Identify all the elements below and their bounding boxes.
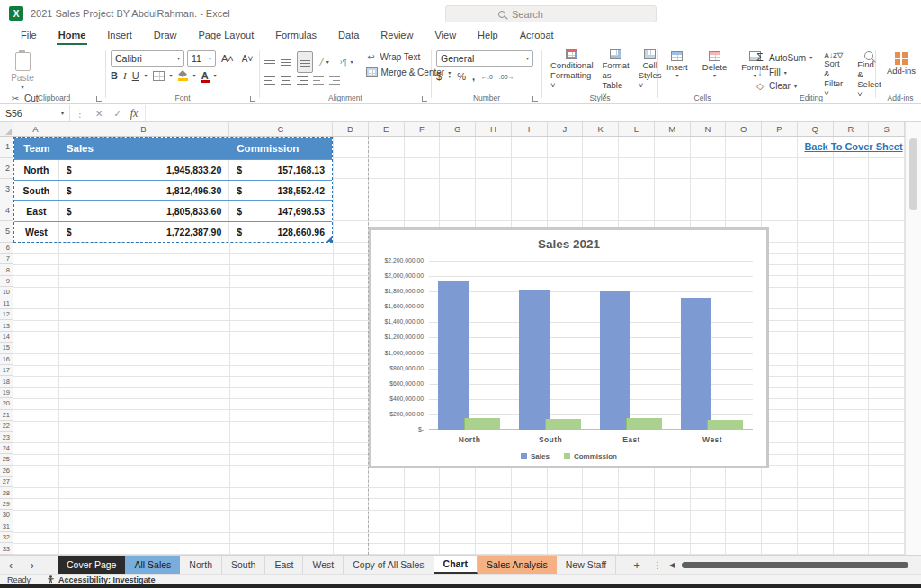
font-dialog-launcher-icon[interactable] [250,96,255,102]
cell-sales[interactable]: $1,945,833.20 [59,160,229,180]
tab-options-icon[interactable]: ⋮ [653,556,662,575]
row-header-15[interactable]: 15 [0,343,13,353]
cell-team[interactable]: South [14,181,59,200]
insert-function-icon[interactable]: fx [127,107,146,120]
alignment-dialog-launcher-icon[interactable] [422,96,427,102]
paste-button[interactable]: Paste▾ [7,49,38,90]
search-input[interactable]: Search [445,5,657,22]
row-header-12[interactable]: 12 [0,309,13,320]
cell-commission[interactable]: $157,168.13 [229,160,332,180]
borders-icon[interactable] [153,71,165,81]
row-header-32[interactable]: 32 [0,532,13,543]
text-direction-button[interactable]: ›¶▾ [337,57,356,67]
underline-button[interactable]: U [132,70,139,81]
sheet-tab-west[interactable]: West [303,556,344,574]
row-header-11[interactable]: 11 [0,298,13,309]
bar-commission-east[interactable] [626,418,663,430]
cancel-icon[interactable]: ✕ [90,109,108,119]
column-header-O[interactable]: O [726,122,762,136]
bar-sales-south[interactable] [519,290,550,430]
row-header-3[interactable]: 3 [0,179,13,200]
sheet-tab-cover-page[interactable]: Cover Page [58,556,125,574]
tab-view[interactable]: View [425,27,466,45]
tab-formulas[interactable]: Formulas [265,27,326,45]
align-left-icon[interactable] [264,76,275,85]
row-header-22[interactable]: 22 [0,421,13,432]
increase-indent-icon[interactable] [329,76,340,85]
increase-decimal-button[interactable]: ←.0 [481,74,493,80]
row-header-16[interactable]: 16 [0,354,13,365]
sheet-tab-all-sales[interactable]: All Sales [125,556,180,574]
row-header-21[interactable]: 21 [0,410,13,421]
row-header-8[interactable]: 8 [0,264,13,275]
decrease-decimal-button[interactable]: .00→ [499,74,514,80]
row-header-31[interactable]: 31 [0,521,13,532]
comma-style-button[interactable]: , [472,71,475,82]
bar-sales-east[interactable] [600,291,630,430]
font-family-select[interactable]: Calibri▾ [111,50,184,67]
hscroll-left-icon[interactable]: ◀ [669,561,675,569]
row-header-17[interactable]: 17 [0,365,13,376]
row-header-10[interactable]: 10 [0,287,13,298]
fill-button[interactable]: ↓Fill▾ [752,67,815,78]
row-header-1[interactable]: 1 [0,137,13,158]
row-header-5[interactable]: 5 [0,221,13,243]
accessibility-status[interactable]: Accessibility: Investigate [47,575,156,584]
orientation-button[interactable]: ⁄▾ [318,57,332,68]
sheet-tab-south[interactable]: South [222,556,265,574]
column-header-M[interactable]: M [655,122,691,136]
column-header-A[interactable]: A [13,122,58,136]
column-header-R[interactable]: R [834,122,870,136]
column-header-D[interactable]: D [333,122,369,136]
bar-sales-north[interactable] [438,281,469,430]
clipboard-dialog-launcher-icon[interactable] [96,96,102,102]
row-header-33[interactable]: 33 [0,543,13,554]
row-header-4[interactable]: 4 [0,200,13,222]
vertical-scrollbar[interactable] [905,122,921,555]
cell-sales[interactable]: $1,805,833.60 [59,201,229,221]
decrease-indent-icon[interactable] [313,76,324,85]
column-header-B[interactable]: B [58,122,229,136]
bar-commission-west[interactable] [707,420,744,430]
row-header-25[interactable]: 25 [0,454,13,465]
table-header-sales[interactable]: Sales [59,138,229,159]
cell-commission[interactable]: $138,552.42 [229,181,332,200]
tab-insert[interactable]: Insert [97,27,142,45]
cell-team[interactable]: East [14,201,59,221]
tab-data[interactable]: Data [328,27,369,45]
row-header-2[interactable]: 2 [0,158,13,180]
tab-review[interactable]: Review [371,27,423,45]
new-sheet-button[interactable]: + [623,556,650,574]
tab-file[interactable]: File [11,27,47,45]
name-box[interactable]: S56▾ [0,105,70,121]
cell-sales[interactable]: $1,722,387.90 [59,222,229,242]
font-size-select[interactable]: 11▾ [187,50,216,67]
table-header-commission[interactable]: Commission [229,138,332,159]
row-header-30[interactable]: 30 [0,510,13,521]
sheet-tab-copy-of-all-sales[interactable]: Copy of All Sales [344,556,434,574]
row-header-29[interactable]: 29 [0,499,13,510]
sheet-tab-sales-analysis[interactable]: Sales Analysis [478,556,557,574]
grow-font-button[interactable]: A˄ [219,52,237,65]
tab-page-layout[interactable]: Page Layout [188,27,264,45]
shrink-font-button[interactable]: A˅ [239,53,256,65]
column-header-E[interactable]: E [369,122,405,136]
cell-team[interactable]: West [14,222,59,242]
sales-2021-chart[interactable]: Sales 2021 $2,200,000.00$2,000,000.00$1,… [369,227,769,468]
font-color-button[interactable]: A [201,70,209,81]
align-middle-icon[interactable] [281,58,291,67]
horizontal-scrollbar-thumb[interactable] [682,562,908,568]
tab-home[interactable]: Home [49,27,96,45]
number-dialog-launcher-icon[interactable] [532,96,538,102]
bold-button[interactable]: B [111,70,118,81]
percent-style-button[interactable]: % [457,71,466,82]
row-header-23[interactable]: 23 [0,432,13,442]
tab-draw[interactable]: Draw [144,27,187,45]
row-header-24[interactable]: 24 [0,443,13,454]
align-center-icon[interactable] [281,76,291,85]
enter-icon[interactable]: ✓ [108,109,126,119]
bar-commission-north[interactable] [464,418,501,430]
column-header-K[interactable]: K [583,122,619,136]
column-header-L[interactable]: L [619,122,655,136]
cell-sales[interactable]: $1,812,496.30 [59,181,229,200]
